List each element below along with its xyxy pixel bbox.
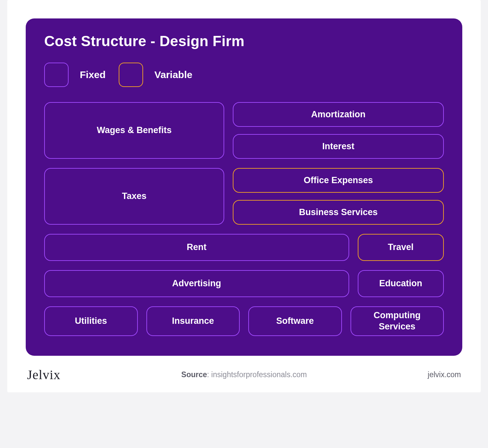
box-rent: Rent — [44, 234, 349, 261]
col-amortization-interest: Amortization Interest — [233, 102, 444, 159]
box-insurance: Insurance — [146, 306, 240, 336]
legend-item-fixed: Fixed — [44, 63, 106, 87]
source-value: insightsforprofessionals.com — [211, 370, 307, 379]
legend-swatch-fixed — [44, 63, 69, 87]
box-utilities: Utilities — [44, 306, 138, 336]
diagram-panel: Cost Structure - Design Firm Fixed Varia… — [26, 18, 462, 356]
legend-swatch-variable — [119, 63, 143, 87]
row-taxes: Taxes Office Expenses Business Services — [44, 168, 444, 225]
legend: Fixed Variable — [44, 63, 444, 87]
box-interest: Interest — [233, 134, 444, 159]
box-education: Education — [358, 270, 444, 297]
page: Cost Structure - Design Firm Fixed Varia… — [0, 0, 488, 448]
footer: Jelvix Source: insightsforprofessionals.… — [26, 367, 462, 382]
source-line: Source: insightsforprofessionals.com — [181, 370, 307, 379]
row-rent: Rent Travel — [44, 234, 444, 261]
legend-label-fixed: Fixed — [80, 69, 106, 80]
box-computing-services: Computing Services — [351, 306, 444, 336]
row-wages: Wages & Benefits Amortization Interest — [44, 102, 444, 159]
site-label: jelvix.com — [428, 370, 461, 379]
box-software: Software — [248, 306, 342, 336]
diagram-title: Cost Structure - Design Firm — [44, 33, 444, 49]
row-advertising: Advertising Education — [44, 270, 444, 297]
canvas: Cost Structure - Design Firm Fixed Varia… — [7, 0, 481, 392]
box-taxes: Taxes — [44, 168, 224, 225]
source-colon: : — [207, 370, 211, 379]
cost-grid: Wages & Benefits Amortization Interest T… — [44, 102, 444, 336]
brand-logo: Jelvix — [27, 367, 61, 382]
col-office-business: Office Expenses Business Services — [233, 168, 444, 225]
row-utilities: Utilities Insurance Software Computing S… — [44, 306, 444, 336]
box-business-services: Business Services — [233, 200, 444, 225]
box-advertising: Advertising — [44, 270, 349, 297]
box-amortization: Amortization — [233, 102, 444, 127]
legend-label-variable: Variable — [154, 69, 192, 80]
legend-item-variable: Variable — [119, 63, 192, 87]
box-office-expenses: Office Expenses — [233, 168, 444, 193]
box-travel: Travel — [358, 234, 444, 261]
source-label: Source — [181, 370, 207, 379]
box-wages-benefits: Wages & Benefits — [44, 102, 224, 159]
